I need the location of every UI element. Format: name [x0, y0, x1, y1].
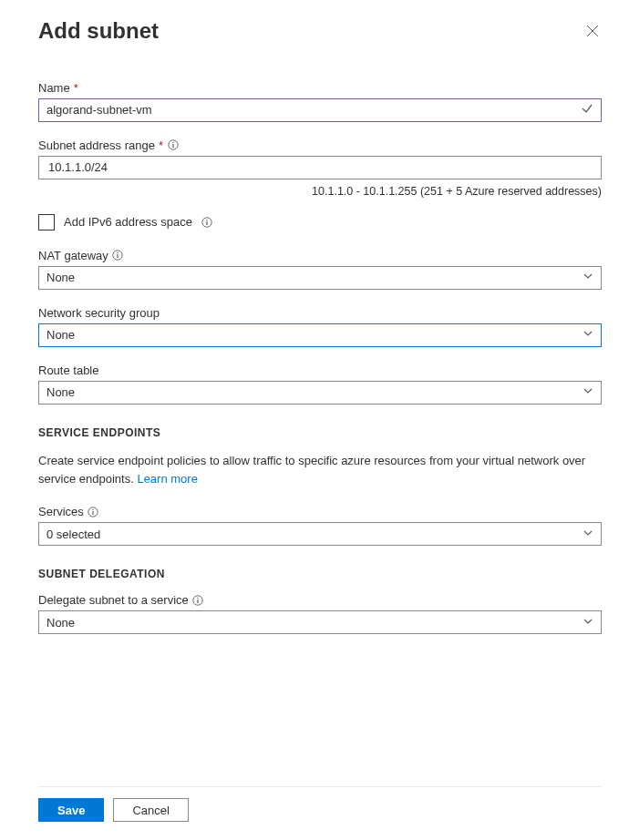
route-table-select[interactable]: None [38, 381, 602, 405]
close-icon [586, 25, 599, 37]
field-delegation: Delegate subnet to a service None [38, 593, 602, 634]
panel-body: Name * algorand-subnet-vm Subnet address… [38, 81, 602, 786]
svg-point-10 [93, 508, 94, 509]
svg-point-7 [118, 252, 119, 253]
nat-label-row: NAT gateway [38, 249, 602, 262]
nat-label: NAT gateway [38, 249, 108, 262]
field-address-range: Subnet address range * 10.1.1.0 - 10.1.1… [38, 138, 602, 198]
range-label-row: Subnet address range * [38, 138, 602, 152]
nsg-label: Network security group [38, 306, 160, 320]
nat-gateway-select[interactable]: None [38, 266, 602, 290]
subnet-delegation-heading: SUBNET DELEGATION [38, 568, 602, 580]
delegation-label-row: Delegate subnet to a service [38, 593, 602, 607]
services-select[interactable]: 0 selected [38, 522, 602, 546]
svg-rect-5 [207, 221, 208, 225]
field-nat-gateway: NAT gateway None [38, 249, 602, 290]
info-icon[interactable] [201, 216, 213, 228]
cancel-button[interactable]: Cancel [113, 798, 188, 822]
ipv6-row: Add IPv6 address space [38, 214, 602, 230]
chevron-down-icon [583, 328, 593, 342]
svg-rect-2 [172, 144, 173, 148]
chevron-down-icon [583, 385, 593, 399]
chevron-down-icon [583, 528, 593, 541]
nsg-label-row: Network security group [38, 306, 602, 320]
service-endpoints-desc: Create service endpoint policies to allo… [38, 452, 602, 488]
chevron-down-icon [583, 616, 593, 630]
learn-more-link[interactable]: Learn more [137, 472, 197, 486]
close-button[interactable] [583, 22, 602, 40]
range-helper-text: 10.1.1.0 - 10.1.1.255 (251 + 5 Azure res… [38, 185, 602, 198]
field-services: Services 0 selected [38, 505, 602, 546]
required-asterisk: * [74, 81, 78, 95]
route-label-row: Route table [38, 364, 602, 377]
svg-point-13 [198, 597, 199, 598]
nsg-select[interactable]: None [38, 323, 602, 347]
panel-header: Add subnet [38, 18, 602, 45]
svg-point-4 [207, 219, 208, 220]
name-value: algorand-subnet-vm [46, 103, 152, 117]
save-button[interactable]: Save [38, 798, 104, 822]
name-label-row: Name * [38, 81, 602, 95]
delegation-select[interactable]: None [38, 610, 602, 634]
service-endpoints-heading: SERVICE ENDPOINTS [38, 426, 602, 439]
route-value: None [46, 385, 75, 399]
info-icon[interactable] [167, 139, 179, 151]
address-range-input[interactable] [38, 156, 602, 179]
panel-footer: Save Cancel [38, 786, 602, 822]
svg-rect-8 [118, 254, 119, 258]
info-icon[interactable] [112, 250, 124, 261]
info-icon[interactable] [88, 506, 99, 517]
nat-value: None [46, 271, 75, 284]
route-label: Route table [38, 364, 99, 377]
add-subnet-panel: Add subnet Name * algorand-subnet-vm Sub… [0, 0, 629, 840]
address-range-text[interactable] [46, 159, 593, 175]
delegation-value: None [46, 616, 75, 630]
ipv6-checkbox[interactable] [38, 214, 55, 230]
check-icon [581, 102, 593, 118]
svg-rect-11 [93, 511, 94, 515]
nsg-value: None [46, 328, 75, 342]
se-desc-text: Create service endpoint policies to allo… [38, 454, 585, 486]
field-name: Name * algorand-subnet-vm [38, 81, 602, 122]
ipv6-label: Add IPv6 address space [64, 215, 192, 229]
delegation-label: Delegate subnet to a service [38, 593, 189, 607]
svg-rect-14 [198, 599, 199, 603]
field-nsg: Network security group None [38, 306, 602, 347]
services-label: Services [38, 505, 84, 518]
field-route-table: Route table None [38, 364, 602, 405]
info-icon[interactable] [192, 594, 204, 606]
name-label: Name [38, 81, 70, 95]
services-label-row: Services [38, 505, 602, 518]
required-asterisk: * [159, 138, 163, 152]
services-value: 0 selected [46, 528, 100, 541]
svg-point-1 [172, 142, 173, 143]
panel-title: Add subnet [38, 18, 159, 45]
name-input[interactable]: algorand-subnet-vm [38, 98, 602, 122]
chevron-down-icon [583, 271, 593, 284]
range-label: Subnet address range [38, 138, 155, 152]
